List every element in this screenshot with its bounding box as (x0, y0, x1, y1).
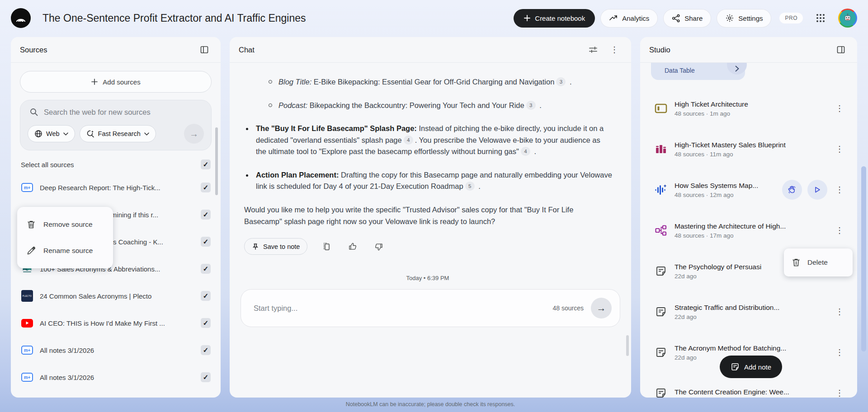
notes-source-icon: m+ (21, 183, 33, 192)
chat-panel: Chat ⋮ Blog Title: E-Bike Bikepacking: E… (230, 37, 631, 398)
settings-button[interactable]: Settings (717, 9, 771, 28)
sparkle-search-icon (86, 130, 94, 138)
pin-icon (252, 243, 259, 250)
studio-item-more-icon[interactable]: ⋮ (832, 141, 847, 157)
notebook-title[interactable]: The One-Sentence Profit Extractor and AI… (42, 12, 508, 24)
join-interactive-audio-button[interactable] (782, 180, 802, 200)
source-row[interactable]: m+ Deep Research Report: The High-Tick..… (15, 174, 216, 201)
google-apps-grid-icon[interactable] (813, 10, 828, 26)
user-avatar[interactable] (838, 9, 857, 28)
chat-scrollbar[interactable] (626, 335, 629, 356)
copy-icon[interactable] (319, 239, 334, 254)
source-checkbox[interactable] (201, 264, 211, 274)
send-message-button[interactable]: → (591, 298, 612, 318)
source-row[interactable]: m+ All notes 3/1/2026 (15, 337, 216, 364)
window-scrollbar[interactable] (861, 166, 866, 351)
sources-list: m+ Deep Research Report: The High-Tick..… (11, 172, 221, 391)
play-audio-button[interactable] (807, 180, 827, 200)
sources-panel: Sources Add sources Web Fast Research (11, 37, 221, 398)
plecto-favicon: PLECTO (21, 290, 33, 302)
studio-item[interactable]: Strategic Traffic and Distribution...22d… (647, 295, 851, 328)
analytics-button[interactable]: Analytics (600, 9, 658, 28)
rename-source-menu-item[interactable]: Rename source (17, 238, 113, 264)
citation-badge[interactable]: 5 (465, 182, 475, 191)
chat-settings-tune-icon[interactable] (586, 42, 600, 57)
chat-more-options-icon[interactable]: ⋮ (607, 42, 622, 57)
note-icon (655, 387, 667, 398)
source-checkbox[interactable] (201, 372, 211, 382)
note-add-icon (731, 362, 740, 371)
source-checkbox[interactable] (201, 318, 211, 328)
trending-up-icon (609, 14, 618, 23)
studio-item-more-icon[interactable]: ⋮ (832, 223, 847, 238)
studio-item[interactable]: High-Ticket Mastery Sales Blueprint48 so… (647, 132, 851, 166)
studio-item[interactable]: High Ticket Architecture48 sources · 1m … (647, 92, 851, 125)
source-checkbox[interactable] (201, 210, 211, 220)
source-row[interactable]: AI CEO: THIS is How I'd Make My First ..… (15, 309, 216, 337)
bar-chart-icon (655, 143, 667, 155)
research-mode-dropdown[interactable]: Fast Research (80, 125, 156, 142)
studio-item-more-icon[interactable]: ⋮ (832, 182, 847, 197)
remove-source-menu-item[interactable]: Remove source (17, 211, 113, 238)
share-button[interactable]: Share (663, 9, 711, 28)
note-icon (655, 306, 667, 318)
citation-badge[interactable]: 4 (521, 147, 530, 156)
studio-item[interactable]: The Content Creation Engine: Wee... ⋮ (647, 376, 851, 398)
sources-panel-title: Sources (20, 46, 47, 54)
trash-icon (26, 220, 36, 229)
thumbs-down-icon[interactable] (372, 239, 386, 254)
add-sources-button[interactable]: Add sources (20, 71, 212, 93)
chat-input[interactable] (254, 304, 553, 313)
globe-icon (34, 130, 42, 138)
chat-messages: Blog Title: E-Bike Bikepacking: Essentia… (230, 63, 631, 283)
search-sources-input[interactable] (44, 108, 202, 117)
save-to-note-button[interactable]: Save to note (244, 238, 307, 255)
source-row[interactable]: m+ All notes 3/1/2026 (15, 364, 216, 391)
sources-count-label: 48 sources (553, 304, 584, 312)
note-icon (655, 346, 667, 358)
source-checkbox[interactable] (201, 291, 211, 301)
submit-search-button[interactable]: → (184, 124, 204, 144)
web-search-card: Web Fast Research → (20, 100, 212, 150)
notebooklm-logo-icon[interactable] (11, 8, 31, 28)
source-checkbox[interactable] (201, 237, 211, 247)
create-notebook-button[interactable]: Create notebook (514, 9, 595, 28)
sources-scrollbar[interactable] (215, 127, 218, 195)
studio-panel-title: Studio (649, 46, 670, 54)
citation-badge[interactable]: 3 (556, 77, 566, 86)
disclaimer-text: NotebookLM can be inaccurate; please dou… (230, 401, 631, 407)
delete-menu-item[interactable]: Delete (784, 248, 853, 276)
collapse-sources-panel-icon[interactable] (197, 42, 212, 57)
citation-badge[interactable]: 4 (404, 136, 413, 145)
web-filter-dropdown[interactable]: Web (28, 125, 75, 142)
source-row[interactable]: PLECTO 24 Common Sales Acronyms | Plecto (15, 282, 216, 309)
chat-bullet: Podcast: Bikepacking the Backcountry: Po… (243, 100, 612, 112)
studio-item[interactable]: Mastering the Architecture of High...48 … (647, 214, 851, 247)
add-note-button[interactable]: Add note (720, 356, 782, 378)
studio-item-more-icon[interactable]: ⋮ (832, 385, 847, 398)
studio-item[interactable]: How Sales Systems Map...48 sources · 12m… (647, 173, 851, 206)
avatar-robot-image (840, 10, 856, 26)
select-all-label: Select all sources (21, 161, 74, 169)
thumbs-up-icon[interactable] (345, 239, 360, 254)
data-table-label: Data Table (665, 67, 695, 74)
chat-bullet: Blog Title: E-Bike Bikepacking: Essentia… (243, 76, 612, 88)
citation-badge[interactable]: 3 (526, 101, 536, 110)
chat-header: Chat ⋮ (230, 37, 631, 63)
top-bar: The One-Sentence Profit Extractor and AI… (0, 0, 868, 36)
collapse-studio-panel-icon[interactable] (834, 42, 848, 57)
select-all-checkbox[interactable] (201, 159, 211, 169)
source-checkbox[interactable] (201, 183, 211, 192)
studio-item-more-icon[interactable]: ⋮ (832, 304, 847, 319)
play-icon (814, 186, 821, 193)
pro-badge: PRO (779, 13, 803, 23)
studio-item-more-icon[interactable]: ⋮ (832, 101, 847, 116)
source-checkbox[interactable] (201, 345, 211, 355)
chat-response-actions: Save to note (243, 238, 612, 255)
studio-item-more-icon[interactable]: ⋮ (832, 345, 847, 360)
date-separator: Today • 6:39 PM (243, 274, 612, 283)
data-table-card[interactable]: Data Table (651, 63, 745, 80)
chat-closing-paragraph: Would you like me to help you write the … (244, 204, 612, 227)
plus-icon (524, 14, 531, 22)
chat-input-box: 48 sources → (241, 289, 620, 327)
